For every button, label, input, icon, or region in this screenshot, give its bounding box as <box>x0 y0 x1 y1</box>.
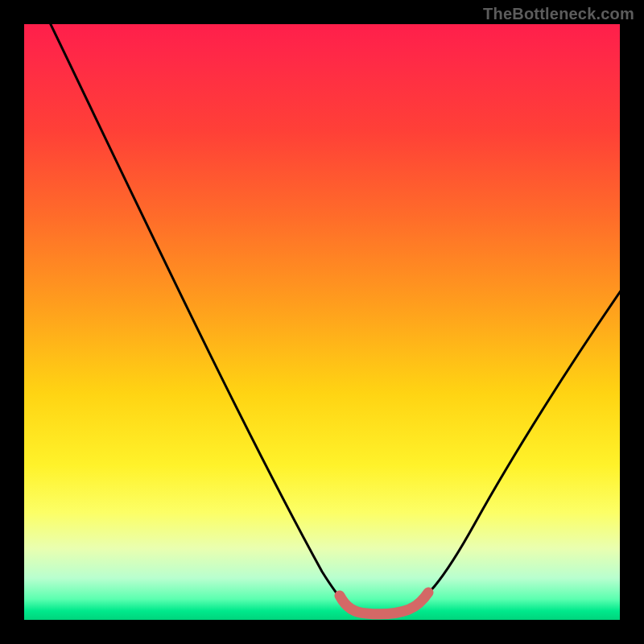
chart-stage: TheBottleneck.com <box>0 0 644 644</box>
bottleneck-curve <box>24 24 620 620</box>
curve-line <box>47 24 620 613</box>
plot-area <box>24 24 620 620</box>
valley-highlight <box>340 592 428 614</box>
watermark-text: TheBottleneck.com <box>483 5 634 23</box>
